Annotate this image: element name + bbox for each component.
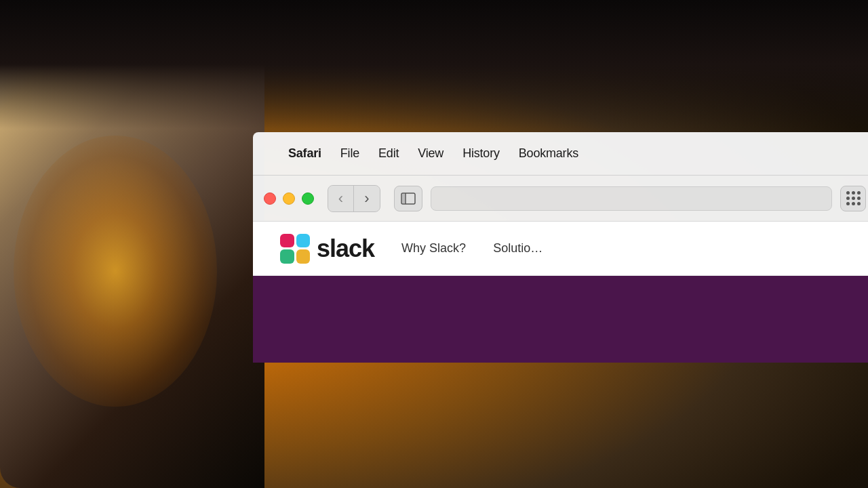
slack-plus-grid [280,234,310,264]
macos-menu-bar: Safari File Edit View History Bookmarks [253,132,868,176]
minimize-button[interactable] [283,192,295,205]
back-button[interactable]: ‹ [328,186,354,211]
bookmarks-menu[interactable]: Bookmarks [519,146,578,161]
grid-dots-icon [846,191,861,205]
edit-menu[interactable]: Edit [378,146,399,161]
file-menu[interactable]: File [340,146,359,161]
slack-navbar: slack Why Slack? Solutio… [253,222,868,276]
address-bar[interactable] [431,186,832,211]
view-menu[interactable]: View [418,146,443,161]
slack-cell-top-left [280,234,294,248]
maximize-button[interactable] [302,192,314,205]
grid-view-button[interactable] [840,186,866,211]
solutions-link[interactable]: Solutio… [493,241,542,256]
forward-button[interactable]: › [354,186,380,211]
dark-overlay-top [0,0,868,129]
browser-window: Safari File Edit View History Bookmarks … [253,132,868,363]
traffic-lights [264,192,314,205]
close-button[interactable] [264,192,276,205]
nav-button-group: ‹ › [328,185,380,212]
slack-hero-section [253,276,868,363]
slack-cell-top-right [296,234,311,248]
back-chevron-icon: ‹ [338,190,343,207]
slack-wordmark: slack [317,235,374,263]
slack-cell-bottom-right [296,249,311,264]
lamp-glow-effect [14,136,217,407]
history-menu[interactable]: History [462,146,500,161]
forward-chevron-icon: › [364,190,369,207]
sidebar-toggle-button[interactable] [394,186,422,211]
safari-menu[interactable]: Safari [288,146,321,161]
slack-logo-container: slack [280,234,374,264]
svg-rect-2 [402,194,405,203]
browser-toolbar: ‹ › [253,176,868,222]
slack-logo-icon [280,234,310,264]
sidebar-toggle-icon [401,192,416,205]
webpage-content: slack Why Slack? Solutio… [253,222,868,363]
why-slack-link[interactable]: Why Slack? [401,241,466,256]
slack-cell-bottom-left [280,249,294,264]
